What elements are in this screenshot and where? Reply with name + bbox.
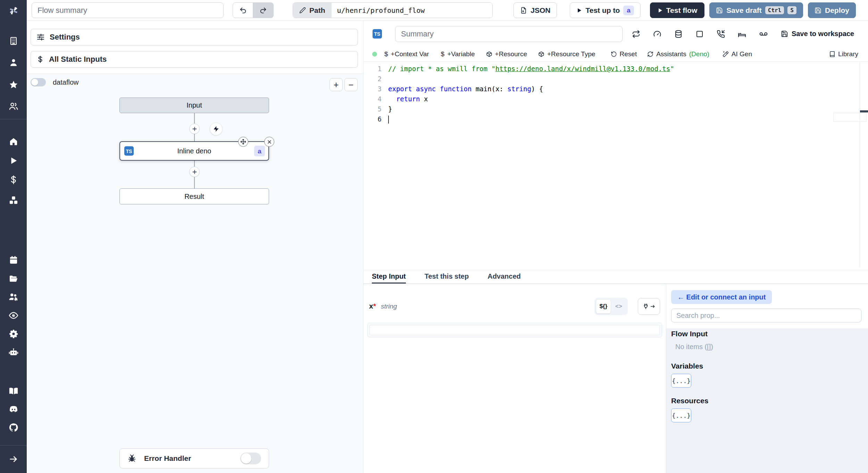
code-line[interactable]: 6 xyxy=(364,114,868,124)
home-icon[interactable] xyxy=(9,137,18,146)
code-line-text: export async function main(x: string) { xyxy=(382,84,543,94)
ai-gen-button[interactable]: AI Gen xyxy=(723,50,752,58)
add-resource-type-button[interactable]: +Resource Type xyxy=(538,50,595,58)
error-handler-box[interactable]: Error Handler xyxy=(119,448,269,468)
code-line[interactable]: 5} xyxy=(364,104,868,114)
code-line-text: } xyxy=(382,104,392,114)
tab-step-input[interactable]: Step Input xyxy=(372,270,406,284)
expr-mode-button[interactable]: ${} xyxy=(596,299,611,314)
reset-label: Reset xyxy=(620,50,637,58)
building-icon[interactable] xyxy=(9,36,18,46)
deploy-button[interactable]: Deploy xyxy=(808,2,856,18)
boxes-icon[interactable] xyxy=(9,195,18,205)
code-line[interactable]: 2 xyxy=(364,74,868,84)
minimap-viewport[interactable] xyxy=(833,113,867,122)
resources-object-button[interactable]: {...} xyxy=(671,408,691,422)
add-context-var-label: +Context Var xyxy=(391,50,429,58)
tab-test-this-step[interactable]: Test this step xyxy=(425,270,469,284)
dataflow-toggle[interactable] xyxy=(31,78,46,86)
code-line[interactable]: 3export async function main(x: string) { xyxy=(364,84,868,94)
github-icon[interactable] xyxy=(8,423,18,433)
windmill-logo[interactable] xyxy=(0,0,27,21)
code-line-text: return x xyxy=(382,94,428,104)
code-line-text xyxy=(382,74,388,84)
add-step-button[interactable] xyxy=(189,124,200,134)
suspend-phone-icon[interactable] xyxy=(717,30,725,38)
folder-open-icon[interactable] xyxy=(9,274,18,284)
step-summary-input[interactable] xyxy=(395,26,623,42)
eye-icon[interactable] xyxy=(8,311,18,321)
add-resource-button[interactable]: +Resource xyxy=(486,50,527,58)
star-icon[interactable] xyxy=(9,80,18,90)
dollar-sign-icon[interactable] xyxy=(9,175,18,185)
retries-icon[interactable] xyxy=(632,30,640,38)
test-flow-button[interactable]: Test flow xyxy=(650,2,704,18)
step-id-badge: a xyxy=(254,146,265,157)
lifetime-voicemail-icon[interactable] xyxy=(759,29,768,39)
flow-settings-button[interactable]: Settings xyxy=(31,29,358,45)
arg-value-input[interactable] xyxy=(369,325,660,335)
flow-summary-input[interactable] xyxy=(32,2,224,18)
add-resource-type-label: +Resource Type xyxy=(547,50,595,58)
add-context-var-button[interactable]: $ +Context Var xyxy=(384,50,429,58)
variables-object-button[interactable]: {...} xyxy=(671,374,691,388)
kbd-ctrl: Ctrl xyxy=(765,6,784,14)
error-handler-toggle[interactable] xyxy=(240,453,261,464)
users-icon[interactable] xyxy=(9,101,18,111)
arrow-right-icon[interactable] xyxy=(9,454,18,464)
zoom-out-button[interactable]: − xyxy=(344,78,358,91)
add-trigger-button[interactable] xyxy=(210,123,223,135)
arrow-right-icon xyxy=(650,304,656,309)
user-icon[interactable] xyxy=(9,58,18,67)
search-prop-input[interactable] xyxy=(671,309,861,322)
delete-step-button[interactable] xyxy=(264,137,274,147)
library-button[interactable]: Library xyxy=(829,50,858,58)
edit-or-connect-button[interactable]: ← Edit or connect an input xyxy=(671,290,772,304)
minimap-divider xyxy=(860,62,860,267)
cache-database-icon[interactable] xyxy=(674,30,683,38)
dollar-sign-icon xyxy=(36,56,44,63)
flow-result-node[interactable]: Result xyxy=(119,188,269,204)
all-static-inputs-button[interactable]: All Static Inputs xyxy=(31,51,358,68)
add-step-button[interactable] xyxy=(189,167,200,177)
undo-button[interactable] xyxy=(233,2,253,18)
move-step-button[interactable] xyxy=(238,137,248,147)
all-static-inputs-label: All Static Inputs xyxy=(49,55,107,64)
path-value[interactable]: u/henri/profound_flow xyxy=(332,3,492,18)
concurrency-gauge-icon[interactable] xyxy=(653,30,661,38)
mock-square-icon[interactable] xyxy=(695,30,704,38)
book-open-icon[interactable] xyxy=(8,386,18,396)
add-variable-label: +Variable xyxy=(447,50,475,58)
connect-panel: ← Edit or connect an input Flow Input No… xyxy=(666,284,868,473)
users-gear-icon[interactable] xyxy=(8,292,18,302)
save-draft-button[interactable]: Save draft Ctrl S xyxy=(709,2,803,18)
add-variable-button[interactable]: $ +Variable xyxy=(441,50,475,58)
redo-button[interactable] xyxy=(253,2,274,18)
test-up-to-label: Test up to xyxy=(585,6,620,15)
resources-heading: Resources xyxy=(671,397,863,405)
code-editor[interactable]: 1// import * as wmill from "https://deno… xyxy=(364,62,868,267)
robot-icon[interactable] xyxy=(8,347,18,357)
json-button[interactable]: JSON xyxy=(514,2,557,18)
undo-icon xyxy=(239,7,247,14)
play-icon[interactable] xyxy=(9,156,18,165)
tab-advanced[interactable]: Advanced xyxy=(487,270,521,284)
zap-icon xyxy=(213,126,219,132)
calendar-icon[interactable] xyxy=(9,255,18,265)
sleep-bed-icon[interactable] xyxy=(738,30,746,38)
test-flow-label: Test flow xyxy=(666,6,697,15)
code-mode-button[interactable]: <> xyxy=(611,299,626,314)
flow-input-node[interactable]: Input xyxy=(119,98,269,113)
save-to-workspace-button[interactable]: Save to workspace xyxy=(781,30,854,38)
edit-path-button[interactable]: Path xyxy=(293,3,332,18)
step-id-badge: a xyxy=(623,6,634,15)
zoom-in-button[interactable]: + xyxy=(329,78,343,91)
code-line[interactable]: 1// import * as wmill from "https://deno… xyxy=(364,64,868,74)
discord-icon[interactable] xyxy=(8,404,19,415)
test-up-to-button[interactable]: Test up to a xyxy=(570,2,640,18)
reset-button[interactable]: Reset xyxy=(611,50,637,58)
code-line[interactable]: 4 return x xyxy=(364,94,868,104)
assistants-button[interactable]: Assistants (Deno) xyxy=(647,50,709,58)
connect-input-button[interactable] xyxy=(638,298,660,315)
gear-icon[interactable] xyxy=(9,329,18,339)
